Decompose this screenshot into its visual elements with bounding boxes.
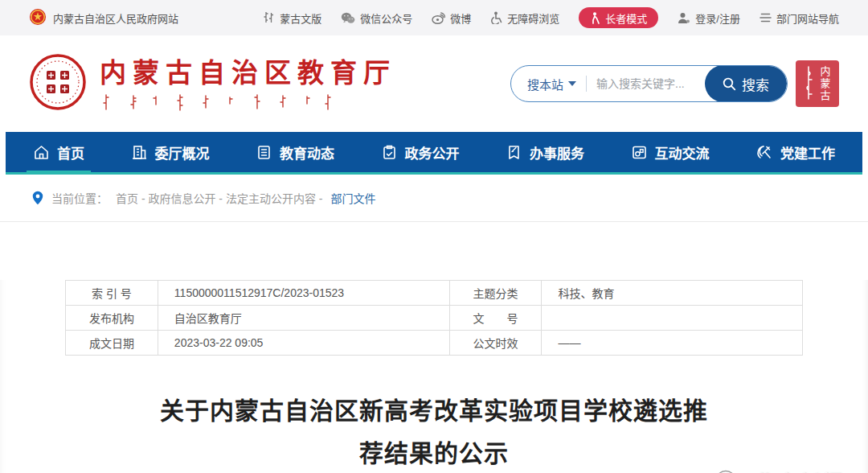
meta-value: 2023-03-22 09:05 <box>158 331 449 356</box>
site-title: 内蒙古自治区教育厅 <box>100 51 396 90</box>
wechat-icon <box>341 12 355 24</box>
accessibility-icon <box>490 11 502 24</box>
user-icon <box>678 12 690 24</box>
seal-logo-icon <box>29 53 87 114</box>
table-row: 成文日期 2023-03-22 09:05 公文时效 —— <box>66 331 803 356</box>
document-content: 索 引 号 1150000011512917C/2023-01523 主题分类 … <box>0 280 868 473</box>
meta-value: 科技、教育 <box>542 281 803 306</box>
meta-label: 文 号 <box>449 306 542 331</box>
red-seal-stamp: 内蒙古 <box>796 60 839 107</box>
table-row: 索 引 号 1150000011512917C/2023-01523 主题分类 … <box>66 281 803 306</box>
login-register-link[interactable]: 登录/注册 <box>678 10 740 26</box>
meta-label: 主题分类 <box>449 281 542 306</box>
article-title-line2: 荐结果的公示 <box>0 432 868 473</box>
meta-value: 1150000011512917C/2023-01523 <box>158 281 449 306</box>
breadcrumb-label: 当前位置： <box>51 190 108 206</box>
meta-label: 发布机构 <box>66 306 158 331</box>
meta-value: —— <box>542 331 803 356</box>
document-meta-table: 索 引 号 1150000011512917C/2023-01523 主题分类 … <box>65 280 803 356</box>
meta-value <box>542 306 803 331</box>
weibo-icon <box>432 12 445 24</box>
meta-label: 索 引 号 <box>66 281 158 306</box>
mongolian-script-subtitle <box>100 93 396 116</box>
chevron-down-icon <box>568 81 576 86</box>
wechat-official-link[interactable]: 微信公众号 <box>341 10 412 26</box>
breadcrumb: 当前位置： 首页 - 政府信息公开 - 法定主动公开内容 - 部门文件 <box>0 175 868 222</box>
nav-item-gov-info[interactable]: 政务公开 <box>378 132 463 172</box>
clipboard-check-icon <box>381 144 398 161</box>
search-scope-selector[interactable]: 搜本站 <box>511 76 586 93</box>
national-emblem-icon <box>29 8 47 28</box>
seal-mongolian-script <box>803 65 814 102</box>
building-icon <box>131 144 148 161</box>
chat-bubbles-icon <box>631 144 648 161</box>
search-button[interactable]: 搜索 <box>705 65 787 102</box>
meta-value: 自治区教育厅 <box>158 306 449 331</box>
nav-item-edu-news[interactable]: 教育动态 <box>252 132 338 172</box>
nav-item-party-work[interactable]: 党建工作 <box>752 132 838 172</box>
search-input[interactable] <box>587 77 705 90</box>
gov-site-link[interactable]: 内蒙古自治区人民政府网站 <box>29 8 178 28</box>
site-logo[interactable]: 内蒙古自治区教育厅 <box>29 51 396 116</box>
weibo-link[interactable]: 微博 <box>432 10 471 26</box>
elder-mode-button[interactable]: 长者模式 <box>579 7 658 28</box>
table-row: 发布机构 自治区教育厅 文 号 <box>66 306 803 331</box>
nav-item-services[interactable]: 办事服务 <box>502 132 588 172</box>
site-header: 内蒙古自治区教育厅 <box>0 35 868 132</box>
topbar-links: 蒙古文版 微信公众号 微博 <box>263 7 839 28</box>
search-box: 搜本站 搜索 <box>510 65 788 102</box>
article-title-line1: 关于内蒙古自治区新高考改革实验项目学校遴选推 <box>0 389 868 432</box>
file-pen-icon <box>506 144 522 161</box>
nav-item-overview[interactable]: 委厅概况 <box>128 132 213 172</box>
search-icon <box>723 77 736 91</box>
home-icon <box>33 144 50 161</box>
brand-text: 内蒙古自治区教育厅 <box>100 51 396 116</box>
gov-site-name: 内蒙古自治区人民政府网站 <box>53 10 178 26</box>
accessibility-link[interactable]: 无障碍浏览 <box>490 10 559 26</box>
document-list-icon <box>256 144 272 161</box>
top-utility-bar: 内蒙古自治区人民政府网站 蒙古文版 微信公众号 <box>0 0 868 35</box>
meta-label: 公文时效 <box>449 331 542 356</box>
mongolian-version-link[interactable]: 蒙古文版 <box>263 10 321 26</box>
elder-person-icon <box>590 12 600 24</box>
main-nav: 首页 委厅概况 教育动态 政务公开 办事服务 <box>6 132 862 175</box>
breadcrumb-path: 首页 - 政府信息公开 - 法定主动公开内容 - <box>116 190 322 206</box>
mongolian-script-icon <box>263 11 275 24</box>
nav-item-home[interactable]: 首页 <box>30 132 88 172</box>
dept-site-nav-link[interactable]: 部门网站导航 <box>760 10 839 26</box>
breadcrumb-current-link[interactable]: 部门文件 <box>330 190 375 206</box>
location-pin-icon <box>32 191 43 205</box>
header-right: 搜本站 搜索 内蒙古 <box>510 60 839 107</box>
article-title: 关于内蒙古自治区新高考改革实验项目学校遴选推 荐结果的公示 <box>0 389 868 473</box>
menu-icon <box>760 13 772 23</box>
nav-item-interaction[interactable]: 互动交流 <box>628 132 713 172</box>
hammer-sickle-icon <box>755 144 773 161</box>
meta-label: 成文日期 <box>66 331 158 356</box>
